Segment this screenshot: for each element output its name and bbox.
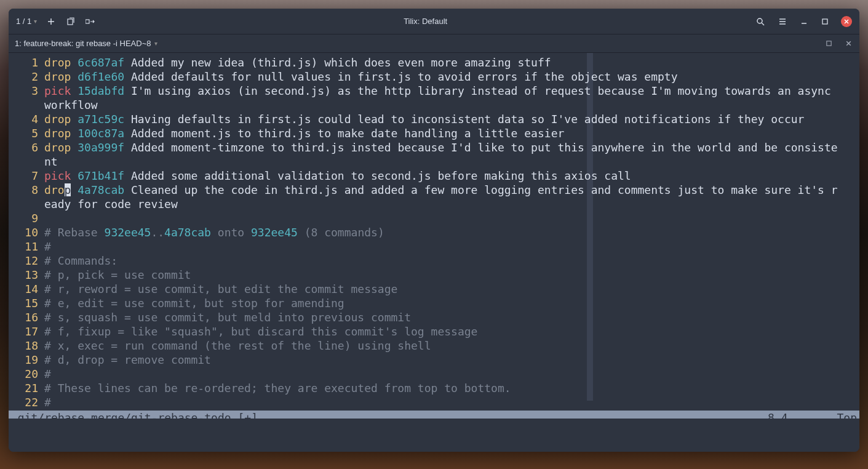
commit-message: I'm using axios (in second.js) as the ht… <box>131 84 831 97</box>
line-number: 20 <box>9 367 44 381</box>
status-cursor-pos: 8,4 <box>768 411 837 419</box>
commit-hash: 15dabfd <box>78 84 124 97</box>
line-number: 6 <box>9 140 44 154</box>
editor-line: 19# d, drop = remove commit <box>9 353 859 367</box>
editor-line: 3pick 15dabfd I'm using axios (in second… <box>9 84 859 98</box>
editor-line: 9 <box>9 211 859 225</box>
add-terminal-button[interactable] <box>46 16 57 27</box>
titlebar-right <box>755 16 852 27</box>
chevron-down-icon: ▾ <box>34 18 37 25</box>
terminal-tab-title[interactable]: 1: feature-break: git rebase -i HEAD~8 ▾ <box>15 39 157 48</box>
commit-hash: 6c687af <box>78 56 124 69</box>
close-button[interactable] <box>841 16 852 27</box>
editor-line: 21# These lines can be re-ordered; they … <box>9 381 859 395</box>
editor-line: 17# f, fixup = like "squash", but discar… <box>9 324 859 339</box>
app-window: 1 / 1 ▾ Tilix: Default <box>9 9 859 452</box>
comment-text: # x, exec = run command (the rest of the… <box>44 339 431 352</box>
editor-line: 11# <box>9 239 859 254</box>
svg-point-2 <box>757 18 762 23</box>
editor-line: 20# <box>9 367 859 381</box>
editor-line: 6drop 30a999f Added moment-timzone to th… <box>9 140 859 154</box>
commit-hash: 932ee45 <box>105 226 151 239</box>
rebase-action: drop <box>44 70 71 83</box>
commit-message-wrap: workflow <box>44 98 98 111</box>
titlebar-left: 1 / 1 ▾ <box>16 16 96 27</box>
line-number: 14 <box>9 282 44 296</box>
line-number: 19 <box>9 353 44 367</box>
editor-line-wrap: nt <box>9 154 859 169</box>
comment-text: # <box>44 240 51 253</box>
editor-line: 1drop 6c687af Added my new idea (third.j… <box>9 55 859 70</box>
tab-close-button[interactable] <box>843 39 853 49</box>
tab-maximize-button[interactable] <box>824 39 834 49</box>
line-number: 8 <box>9 183 44 197</box>
editor-line: 12# Commands: <box>9 254 859 268</box>
editor-content: 1drop 6c687af Added my new idea (third.j… <box>9 55 859 409</box>
line-number: 3 <box>9 84 44 98</box>
cursor: p <box>65 183 71 196</box>
editor-line: 15# e, edit = use commit, but stop for a… <box>9 296 859 310</box>
status-file: .git/rebase-merge/git-rebase-todo [+] <box>11 411 258 419</box>
comment-text: # s, squash = use commit, but meld into … <box>44 311 411 324</box>
comment-text: # e, edit = use commit, but stop for ame… <box>44 297 344 310</box>
comment-text: # These lines can be re-ordered; they ar… <box>44 382 511 395</box>
status-spacer <box>258 411 768 419</box>
commit-message: Having defaults in first.js could lead t… <box>131 113 805 126</box>
maximize-button[interactable] <box>820 17 830 26</box>
terminal-viewport[interactable]: 1drop 6c687af Added my new idea (third.j… <box>9 53 859 419</box>
sync-input-button[interactable] <box>85 16 96 27</box>
line-number: 9 <box>9 211 44 225</box>
svg-rect-1 <box>86 20 89 23</box>
line-number: 18 <box>9 339 44 353</box>
commit-message: Added moment-timzone to third.js insted … <box>131 141 838 154</box>
commit-hash: 30a999f <box>78 141 124 154</box>
terminal-tab-label: 1: feature-break: git rebase -i HEAD~8 <box>15 39 151 48</box>
terminal-tab-bar: 1: feature-break: git rebase -i HEAD~8 ▾ <box>9 34 859 53</box>
svg-rect-3 <box>822 19 827 24</box>
terminal-blank-area <box>9 419 859 452</box>
editor-line: 5drop 100c87a Added moment.js to third.j… <box>9 126 859 140</box>
editor-line: 10# Rebase 932ee45..4a78cab onto 932ee45… <box>9 225 859 239</box>
rebase-action: pick <box>44 169 71 182</box>
comment-text: # r, reword = use commit, but edit the c… <box>44 283 397 295</box>
commit-message-wrap: eady for code review <box>44 198 178 210</box>
hamburger-menu-icon[interactable] <box>777 16 788 27</box>
editor-line: 8drop 4a78cab Cleaned up the code in thi… <box>9 183 859 197</box>
new-window-button[interactable] <box>65 16 76 27</box>
line-number: 13 <box>9 268 44 282</box>
session-counter[interactable]: 1 / 1 ▾ <box>16 17 37 26</box>
minimize-button[interactable] <box>799 17 809 26</box>
rebase-action: drop <box>44 141 71 154</box>
search-icon[interactable] <box>755 16 766 27</box>
line-number: 12 <box>9 254 44 268</box>
commit-hash: 4a78cab <box>164 226 211 239</box>
rebase-action: drop <box>44 113 71 126</box>
line-number: 2 <box>9 70 44 84</box>
commit-hash: 671b41f <box>78 169 124 182</box>
commit-hash: 932ee45 <box>251 226 298 239</box>
editor-line: 4drop a71c59c Having defaults in first.j… <box>9 112 859 126</box>
commit-hash: 4a78cab <box>78 183 124 196</box>
editor-line: 7pick 671b41f Added some additional vali… <box>9 169 859 183</box>
session-counter-text: 1 / 1 <box>16 17 31 26</box>
line-number: 10 <box>9 225 44 239</box>
editor-line: 22# <box>9 395 859 409</box>
comment-text: # d, drop = remove commit <box>44 353 211 366</box>
rebase-action: drop <box>44 127 71 140</box>
window-title: Tilix: Default <box>96 17 755 26</box>
line-number: 15 <box>9 296 44 310</box>
titlebar: 1 / 1 ▾ Tilix: Default <box>9 9 859 34</box>
editor-line: 16# s, squash = use commit, but meld int… <box>9 310 859 324</box>
status-scroll-pos: Top <box>837 411 857 419</box>
comment-text: # p, pick = use commit <box>44 268 191 281</box>
commit-message: Cleaned up the code in third.js and adde… <box>131 183 838 196</box>
comment-text: # <box>44 367 51 380</box>
rebase-action: drop <box>44 56 71 69</box>
line-number: 22 <box>9 395 44 409</box>
comment-text: # <box>44 396 51 409</box>
line-number: 1 <box>9 55 44 70</box>
editor-line: 18# x, exec = run command (the rest of t… <box>9 339 859 353</box>
comment-text: # f, fixup = like "squash", but discard … <box>44 325 477 338</box>
line-number: 7 <box>9 169 44 183</box>
commit-hash: 100c87a <box>78 127 124 140</box>
